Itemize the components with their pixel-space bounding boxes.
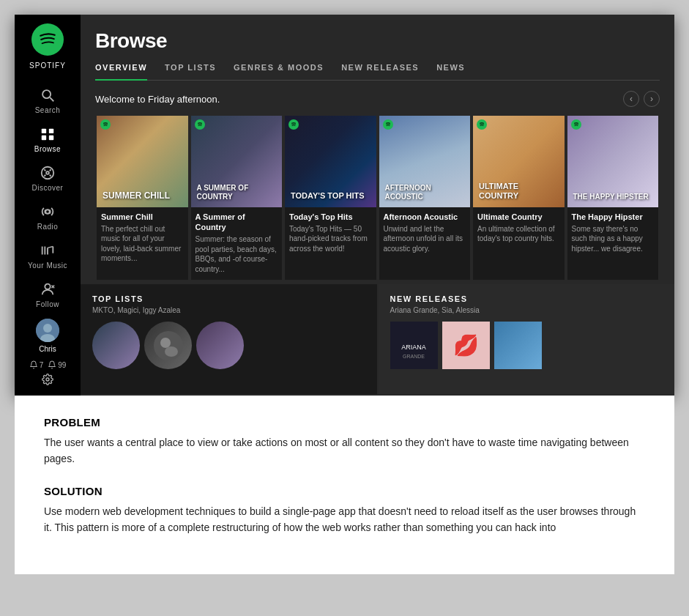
featured-header: Welcome to Friday afternoon. ‹ ›: [81, 81, 674, 114]
sidebar-item-search[interactable]: Search: [15, 81, 81, 120]
card-ultimate-country[interactable]: ULTIMATE COUNTRY Ultimate Country An ult…: [473, 116, 565, 280]
follow-label: Follow: [36, 300, 59, 308]
svg-point-23: [383, 119, 393, 130]
problem-title: PROBLEM: [44, 416, 645, 428]
search-label: Search: [35, 106, 61, 114]
browse-icon: [40, 126, 56, 142]
sidebar-item-your-music[interactable]: Your Music: [15, 237, 81, 275]
card-overlay-summer-country: A SUMMER OF COUNTRY: [191, 178, 283, 207]
top-list-thumb-2: [144, 322, 192, 369]
radio-label: Radio: [37, 223, 59, 231]
card-name-afternoon-acoustic: Afternoon Acoustic: [384, 212, 466, 222]
user-name: Chris: [39, 345, 56, 353]
tab-new-releases[interactable]: New Releases: [341, 63, 419, 81]
new-release-thumb-3: [494, 322, 542, 369]
card-overlay-ultimate-country: ULTIMATE COUNTRY: [473, 176, 565, 207]
card-desc-summer-chill: The perfect chill out music for all of y…: [101, 224, 184, 264]
card-desc-summer-country: Summer: the season of pool parties, beac…: [195, 234, 278, 274]
app-container: Spotify Search Browse: [15, 15, 674, 396]
next-arrow-button[interactable]: ›: [644, 91, 660, 107]
nav-tabs: Overview Top Lists Genres & Moods New Re…: [95, 63, 660, 81]
svg-point-24: [477, 119, 487, 130]
avatar: [36, 319, 59, 342]
problem-body: The user wants a central place to view o…: [44, 434, 645, 467]
card-name-summer-country: A Summer of Country: [195, 212, 278, 233]
prev-arrow-button[interactable]: ‹: [623, 91, 639, 107]
tab-top-lists[interactable]: Top Lists: [165, 63, 216, 81]
svg-point-1: [42, 90, 51, 98]
card-overlay-summer-chill: SUMMER CHILL: [97, 185, 188, 207]
svg-point-19: [46, 378, 49, 381]
solution-body: Use modern web development techniques to…: [44, 503, 645, 536]
sidebar: Spotify Search Browse: [15, 15, 81, 396]
svg-line-2: [50, 97, 53, 101]
svg-point-21: [195, 119, 205, 130]
card-happy-hipster[interactable]: THE HAPPY HIPSTER The Happy Hipster Some…: [567, 116, 659, 280]
card-name-happy-hipster: The Happy Hipster: [572, 212, 655, 222]
svg-text:GRANDE: GRANDE: [403, 354, 425, 359]
card-name-summer-chill: Summer Chill: [101, 212, 184, 222]
top-lists-subtitle: MKTO, Magici, Iggy Azalea: [92, 306, 365, 314]
sidebar-item-follow[interactable]: Follow: [15, 275, 81, 314]
top-lists-thumbnails: [92, 322, 365, 369]
spotify-logo[interactable]: [31, 23, 64, 62]
page-header: Browse Overview Top Lists Genres & Moods…: [81, 15, 674, 81]
card-desc-happy-hipster: Some say there's no such thing as a happ…: [572, 224, 655, 254]
tab-genres-moods[interactable]: Genres & Moods: [234, 63, 324, 81]
svg-rect-6: [49, 136, 53, 140]
notif-badge-1[interactable]: 7: [29, 360, 44, 369]
sidebar-item-browse[interactable]: Browse: [15, 120, 81, 159]
library-icon: [40, 242, 56, 259]
bell-icon: [29, 360, 38, 369]
tab-news[interactable]: News: [436, 63, 465, 81]
card-desc-top-hits: Today's Top Hits — 50 hand-picked tracks…: [289, 224, 372, 254]
svg-point-28: [165, 346, 178, 357]
sidebar-item-radio[interactable]: Radio: [15, 198, 81, 237]
new-releases-panel[interactable]: NEW RELEASES Ariana Grande, Sia, Alessia…: [379, 284, 675, 394]
card-summer-country[interactable]: A SUMMER OF COUNTRY A Summer of Country …: [191, 116, 283, 280]
user-profile[interactable]: Chris: [36, 314, 59, 360]
svg-point-8: [46, 171, 49, 174]
card-summer-chill[interactable]: SUMMER CHILL Summer Chill The perfect ch…: [97, 116, 188, 280]
svg-rect-4: [49, 129, 53, 133]
browse-label: Browse: [34, 145, 61, 153]
outer-wrapper: Spotify Search Browse: [0, 0, 689, 589]
top-lists-panel[interactable]: TOP LISTS MKTO, Magici, Iggy Azalea: [81, 284, 377, 394]
notif-count-1: 7: [40, 361, 44, 369]
cards-grid: SUMMER CHILL Summer Chill The perfect ch…: [81, 114, 674, 281]
settings-button[interactable]: [42, 374, 53, 388]
top-list-thumb-1: [92, 322, 140, 369]
new-release-thumb-2: 💋: [442, 322, 490, 369]
svg-point-20: [100, 119, 111, 130]
search-icon: [40, 87, 56, 103]
svg-text:ARIANA: ARIANA: [401, 344, 426, 351]
featured-title: Welcome to Friday afternoon.: [95, 94, 220, 105]
new-release-thumb-1: ARIANA GRANDE: [390, 322, 438, 369]
card-desc-ultimate-country: An ultimate collection of today's top co…: [477, 224, 560, 244]
notif-badge-2[interactable]: 99: [48, 360, 66, 369]
notification-badges: 7 99: [29, 360, 67, 369]
sidebar-item-discover[interactable]: Discover: [15, 159, 81, 198]
svg-point-0: [31, 23, 64, 56]
text-panel: PROBLEM The user wants a central place t…: [15, 396, 674, 574]
discover-icon: [40, 165, 56, 181]
main-content: Browse Overview Top Lists Genres & Moods…: [81, 15, 674, 396]
svg-point-7: [42, 167, 54, 179]
svg-line-12: [48, 247, 53, 248]
browse-section: Welcome to Friday afternoon. ‹ › SUMMER: [81, 81, 674, 396]
bell-2-icon: [48, 360, 56, 369]
solution-title: SOLUTION: [44, 485, 645, 497]
card-overlay-afternoon-acoustic: AFTERNOON ACOUSTIC: [379, 178, 471, 207]
bottom-sections: TOP LISTS MKTO, Magici, Iggy Azalea NEW …: [81, 284, 674, 394]
svg-point-9: [45, 209, 50, 214]
tab-overview[interactable]: Overview: [95, 63, 147, 81]
page-title: Browse: [95, 29, 660, 53]
gear-icon: [42, 374, 53, 385]
your-music-label: Your Music: [28, 261, 67, 270]
svg-point-22: [288, 119, 299, 130]
new-releases-subtitle: Ariana Grande, Sia, Alessia: [390, 306, 663, 314]
app-name-label: Spotify: [29, 62, 66, 70]
card-top-hits[interactable]: TODAY'S TOP HITS Today's Top Hits Today'…: [285, 116, 376, 280]
sidebar-bottom: Chris 7 99: [15, 314, 81, 396]
card-afternoon-acoustic[interactable]: AFTERNOON ACOUSTIC Afternoon Acoustic Un…: [379, 116, 471, 280]
